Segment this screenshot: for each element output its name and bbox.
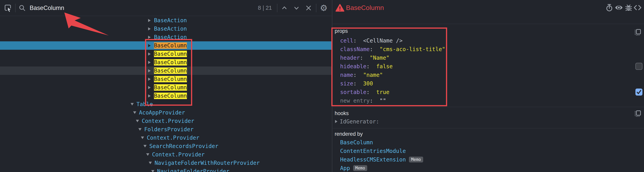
hook-row-idgenerator[interactable]: IdGenerator: [335, 117, 379, 126]
stopwatch-icon[interactable] [605, 3, 614, 12]
hook-name: IdGenerator: [340, 118, 379, 125]
prop-key: sortable [340, 89, 366, 95]
chevron-right-icon[interactable] [148, 19, 154, 22]
prop-value[interactable]: "name" [363, 72, 383, 78]
colon: : [366, 89, 376, 95]
copy-hooks-icon[interactable] [634, 110, 642, 118]
component-name: BaseColumn [154, 84, 187, 91]
component-name: AcoAppProvider [139, 110, 185, 116]
inspector-panel: BaseColumn [333, 0, 644, 172]
tree-row-Context.Provider[interactable]: Context.Provider [0, 150, 332, 159]
rendered-by-App[interactable]: AppMemo [340, 164, 423, 172]
chevron-right-icon[interactable] [148, 69, 154, 72]
prop-value[interactable]: "cms-aco-list-title" [380, 46, 445, 52]
search-result-count: 8 | 21 [258, 5, 272, 11]
tree-row-BaseAction[interactable]: BaseAction [0, 16, 332, 24]
close-icon[interactable] [304, 3, 313, 13]
tree-row-FoldersProvider[interactable]: FoldersProvider [0, 125, 332, 134]
colon: : [360, 54, 370, 61]
search-input[interactable] [27, 4, 256, 12]
section-divider [333, 128, 644, 128]
select-element-inspect-icon[interactable] [3, 3, 12, 13]
chevron-down-icon[interactable] [292, 3, 301, 13]
prop-value[interactable]: true [376, 89, 389, 95]
gear-icon[interactable]: ⚙ [319, 3, 328, 13]
component-name: Table [136, 101, 153, 108]
prop-value[interactable]: "Name" [370, 54, 390, 61]
code-brackets-icon[interactable] [633, 3, 642, 12]
tree-row-BaseColumn[interactable]: BaseColumn [0, 66, 332, 75]
tree-row-BaseColumn[interactable]: BaseColumn [0, 92, 332, 100]
component-tree: BaseActionBaseActionBaseActionBaseColumn… [0, 16, 332, 172]
chevron-down-icon[interactable] [141, 136, 147, 139]
tree-row-Context.Provider[interactable]: Context.Provider [0, 134, 332, 142]
component-name: NavigateFolderProvider [157, 168, 230, 172]
colon: : [370, 46, 380, 52]
hooks-section-label: hooks [335, 110, 349, 116]
tree-row-NavigateFolderWithRouterProvider[interactable]: NavigateFolderWithRouterProvider [0, 159, 332, 167]
chevron-right-icon[interactable] [148, 27, 154, 30]
prop-value[interactable]: false [376, 63, 392, 70]
eye-icon[interactable] [614, 3, 623, 12]
bug-icon[interactable] [624, 3, 633, 12]
chevron-right-icon[interactable] [148, 44, 154, 47]
prop-key: size [340, 80, 353, 87]
component-name: BaseColumn [154, 93, 187, 99]
tree-row-BaseColumn[interactable]: BaseColumn [0, 58, 332, 66]
chevron-right-icon[interactable] [148, 94, 154, 98]
tree-row-AcoAppProvider[interactable]: AcoAppProvider [0, 108, 332, 117]
chevron-right-icon[interactable] [148, 52, 154, 56]
rendered-by-BaseColumn[interactable]: BaseColumn [340, 138, 423, 147]
component-name: BaseAction [154, 34, 187, 40]
memo-badge: Memo [409, 156, 423, 162]
hideable-checkbox[interactable] [636, 63, 642, 70]
tree-row-Table[interactable]: Table [0, 100, 332, 108]
component-link[interactable]: ContentEntriesModule [340, 148, 406, 154]
chevron-down-icon[interactable] [144, 145, 149, 148]
tree-row-BaseColumn[interactable]: BaseColumn [0, 83, 332, 92]
chevron-right-icon[interactable] [148, 86, 154, 89]
prop-value[interactable]: 300 [363, 80, 373, 87]
prop-row-new-entry: new entry: "" [340, 96, 445, 105]
tree-row-SearchRecordsProvider[interactable]: SearchRecordsProvider [0, 142, 332, 150]
tree-row-Context.Provider[interactable]: Context.Provider [0, 117, 332, 125]
component-name: BaseColumn [154, 59, 187, 66]
prop-value[interactable]: "" [380, 98, 386, 104]
chevron-down-icon[interactable] [138, 128, 144, 131]
chevron-down-icon[interactable] [130, 103, 136, 106]
component-link[interactable]: BaseColumn [340, 139, 373, 146]
props-list: cell: <CellName />className: "cms-aco-li… [340, 36, 445, 105]
chevron-down-icon[interactable] [146, 153, 152, 156]
sortable-checkbox[interactable] [636, 88, 642, 96]
copy-props-icon[interactable] [634, 28, 642, 36]
chevron-down-icon[interactable] [151, 170, 157, 172]
chevron-down-icon[interactable] [136, 120, 142, 122]
prop-row-cell: cell: <CellName /> [340, 36, 445, 45]
component-name: Context.Provider [142, 118, 194, 124]
component-link[interactable]: HeadlessCMSExtension [340, 156, 406, 163]
prop-key: className [340, 46, 370, 52]
prop-key: name [340, 72, 353, 78]
prop-row-header: header: "Name" [340, 54, 445, 62]
chevron-right-icon[interactable] [148, 61, 154, 64]
chevron-right-icon[interactable] [335, 120, 338, 123]
tree-row-NavigateFolderProvider[interactable]: NavigateFolderProvider [0, 167, 332, 172]
prop-row-name: name: "name" [340, 70, 445, 79]
rendered-by-HeadlessCMSExtension[interactable]: HeadlessCMSExtensionMemo [340, 155, 423, 164]
chevron-right-icon[interactable] [148, 78, 154, 81]
component-link[interactable]: App [340, 165, 350, 172]
tree-row-BaseAction[interactable]: BaseAction [0, 33, 332, 41]
tree-row-BaseColumn[interactable]: BaseColumn [0, 75, 332, 83]
rendered-by-ContentEntriesModule[interactable]: ContentEntriesModule [340, 147, 423, 155]
chevron-down-icon[interactable] [149, 162, 154, 164]
chevron-right-icon[interactable] [148, 36, 154, 39]
tree-row-BaseColumn[interactable]: BaseColumn [0, 50, 332, 58]
chevron-down-icon[interactable] [133, 111, 139, 114]
component-name: BaseAction [154, 17, 187, 24]
prop-value[interactable]: <CellName /> [363, 38, 402, 44]
toolbar-divider [277, 4, 277, 12]
tree-row-BaseColumn[interactable]: BaseColumn [0, 41, 332, 50]
tree-row-BaseAction[interactable]: BaseAction [0, 24, 332, 33]
colon: : [366, 63, 376, 70]
chevron-up-icon[interactable] [280, 3, 289, 13]
